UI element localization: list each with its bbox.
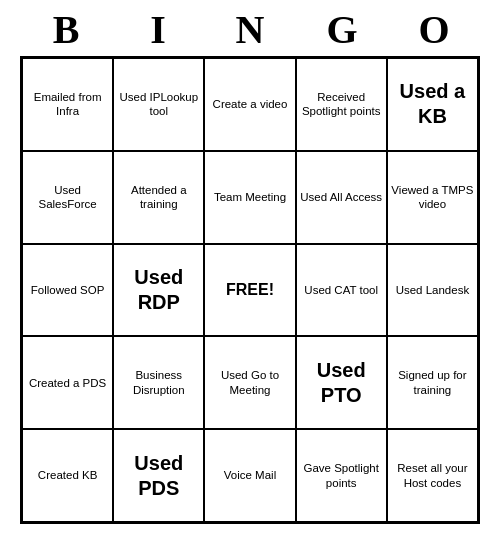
letter-o: O <box>388 8 480 52</box>
letter-b: B <box>20 8 112 52</box>
bingo-cell-23: Gave Spotlight points <box>296 429 387 522</box>
bingo-cell-12: FREE! <box>204 244 295 337</box>
letter-n: N <box>204 8 296 52</box>
bingo-cell-13: Used CAT tool <box>296 244 387 337</box>
bingo-cell-18: Used PTO <box>296 336 387 429</box>
bingo-cell-19: Signed up for training <box>387 336 478 429</box>
bingo-cell-9: Viewed a TMPS video <box>387 151 478 244</box>
bingo-cell-24: Reset all your Host codes <box>387 429 478 522</box>
bingo-cell-21: Used PDS <box>113 429 204 522</box>
bingo-cell-14: Used Landesk <box>387 244 478 337</box>
bingo-cell-6: Attended a training <box>113 151 204 244</box>
bingo-cell-3: Received Spotlight points <box>296 58 387 151</box>
letter-i: I <box>112 8 204 52</box>
bingo-cell-2: Create a video <box>204 58 295 151</box>
bingo-header: B I N G O <box>20 8 480 52</box>
bingo-cell-1: Used IPLookup tool <box>113 58 204 151</box>
letter-g: G <box>296 8 388 52</box>
bingo-grid: Emailed from InfraUsed IPLookup toolCrea… <box>20 56 480 524</box>
bingo-cell-16: Business Disruption <box>113 336 204 429</box>
bingo-cell-20: Created KB <box>22 429 113 522</box>
bingo-cell-22: Voice Mail <box>204 429 295 522</box>
bingo-cell-11: Used RDP <box>113 244 204 337</box>
bingo-cell-10: Followed SOP <box>22 244 113 337</box>
bingo-cell-7: Team Meeting <box>204 151 295 244</box>
bingo-cell-8: Used All Access <box>296 151 387 244</box>
bingo-cell-0: Emailed from Infra <box>22 58 113 151</box>
bingo-cell-15: Created a PDS <box>22 336 113 429</box>
bingo-cell-5: Used SalesForce <box>22 151 113 244</box>
bingo-cell-4: Used a KB <box>387 58 478 151</box>
bingo-cell-17: Used Go to Meeting <box>204 336 295 429</box>
